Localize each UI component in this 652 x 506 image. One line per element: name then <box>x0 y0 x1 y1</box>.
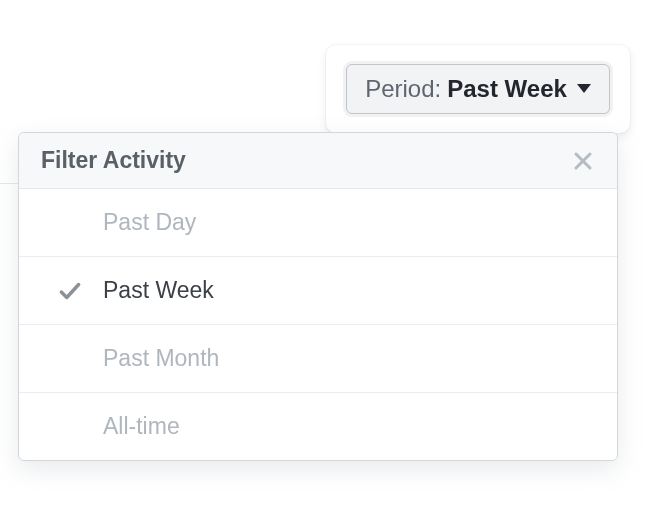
dropdown-item-label: Past Week <box>103 277 214 303</box>
filter-activity-dropdown: Filter Activity Past Day Past Week <box>18 132 618 461</box>
close-icon <box>573 151 593 171</box>
close-button[interactable] <box>571 149 595 173</box>
caret-down-icon <box>577 84 591 93</box>
dropdown-item-label: Past Month <box>103 345 219 371</box>
background-rule <box>0 183 18 184</box>
dropdown-item-past-month[interactable]: Past Month <box>19 325 617 393</box>
dropdown-list: Past Day Past Week Past Month All-time <box>19 189 617 460</box>
dropdown-item-past-day[interactable]: Past Day <box>19 189 617 257</box>
period-selector-highlight: Period: Past Week <box>326 45 630 133</box>
dropdown-item-past-week[interactable]: Past Week <box>19 257 617 325</box>
check-icon <box>57 278 83 304</box>
period-selector-label: Period: <box>365 75 441 104</box>
dropdown-item-label: Past Day <box>103 209 196 235</box>
period-selector-button[interactable]: Period: Past Week <box>346 64 610 115</box>
dropdown-header: Filter Activity <box>19 133 617 189</box>
dropdown-item-label: All-time <box>103 413 180 439</box>
dropdown-title: Filter Activity <box>41 147 186 174</box>
dropdown-item-all-time[interactable]: All-time <box>19 393 617 460</box>
period-selector-value: Past Week <box>447 75 567 104</box>
